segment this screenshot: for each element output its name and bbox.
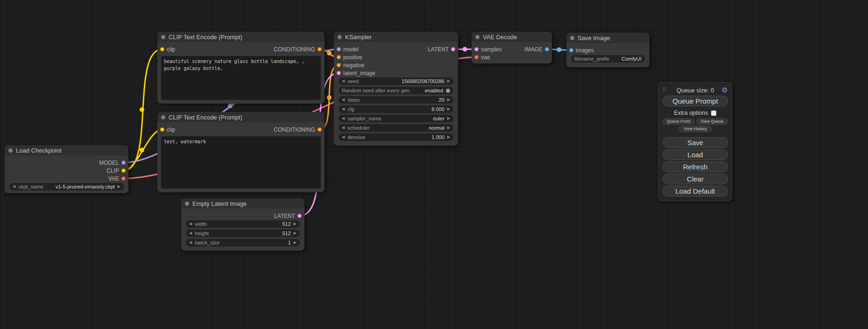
drag-handle-icon[interactable]: ⠿	[663, 87, 666, 93]
widget-width[interactable]: ◀ width 512 ▶	[186, 220, 300, 228]
latent-slot-icon[interactable]	[297, 214, 302, 218]
image-slot-icon[interactable]	[545, 47, 549, 51]
vae-slot-icon[interactable]	[121, 176, 126, 181]
output-slot-latent[interactable]: LATENT	[274, 213, 304, 219]
image-slot-icon[interactable]	[569, 48, 573, 52]
next-option-arrow-icon[interactable]: ▶	[118, 185, 120, 189]
load-default-button[interactable]: Load Default	[663, 186, 728, 196]
wire-midpoint-dot-samples[interactable]	[463, 47, 467, 52]
increment-arrow-icon[interactable]: ▶	[447, 135, 450, 139]
save-button[interactable]: Save	[663, 137, 728, 148]
clip-slot-icon[interactable]	[160, 127, 164, 132]
input-slot-model[interactable]: model	[334, 46, 359, 53]
queue-prompt-button[interactable]: Queue Prompt	[663, 96, 728, 106]
node-load-checkpoint[interactable]: Load Checkpoint MODEL CLIP VAE ◀ ckpt_na…	[5, 145, 128, 193]
wire-midpoint-dot-clip1[interactable]	[140, 107, 144, 112]
node-save-image[interactable]: Save Image images filename_prefix ComfyU…	[566, 33, 649, 67]
output-slot-conditioning[interactable]: CONDITIONING	[274, 46, 325, 53]
collapse-node-icon[interactable]	[8, 148, 13, 153]
input-slot-samples[interactable]: samples	[472, 46, 502, 53]
decrement-arrow-icon[interactable]: ◀	[342, 79, 345, 83]
widget-ckpt-name[interactable]: ◀ ckpt_name v1-5-pruned-emaonly.ckpt ▶	[9, 183, 124, 190]
increment-arrow-icon[interactable]: ▶	[447, 98, 450, 102]
decrement-arrow-icon[interactable]: ◀	[342, 135, 345, 139]
latent-slot-icon[interactable]	[474, 47, 479, 51]
node-vae-decode[interactable]: VAE Decode samples IMAGE vae	[472, 32, 552, 63]
model-slot-icon[interactable]	[121, 161, 126, 165]
model-slot-icon[interactable]	[337, 47, 341, 51]
view-queue-button[interactable]: View Queue	[696, 119, 728, 125]
input-slot-negative[interactable]: negative	[334, 62, 364, 69]
view-history-button[interactable]: View History	[678, 126, 712, 132]
extra-options-checkbox[interactable]	[711, 111, 716, 116]
decrement-arrow-icon[interactable]: ◀	[189, 222, 192, 226]
collapse-node-icon[interactable]	[185, 202, 189, 206]
clear-button[interactable]: Clear	[663, 174, 728, 184]
clip-slot-icon[interactable]	[121, 168, 126, 173]
widget-height[interactable]: ◀ height 512 ▶	[186, 230, 300, 237]
widget-steps[interactable]: ◀ steps 20 ▶	[339, 96, 453, 104]
collapse-node-icon[interactable]	[475, 35, 480, 39]
increment-arrow-icon[interactable]: ▶	[294, 231, 296, 235]
prev-option-arrow-icon[interactable]: ◀	[342, 117, 345, 120]
node-title-bar[interactable]: Save Image	[566, 33, 649, 43]
collapse-node-icon[interactable]	[161, 115, 165, 119]
input-slot-clip[interactable]: clip	[157, 46, 175, 53]
output-slot-image[interactable]: IMAGE	[524, 46, 552, 53]
next-option-arrow-icon[interactable]: ▶	[447, 117, 450, 120]
node-title-bar[interactable]: CLIP Text Encode (Prompt)	[157, 112, 325, 122]
positive-prompt-textarea[interactable]: beautiful scenery nature glass bottle la…	[161, 56, 321, 100]
widget-batch-size[interactable]: ◀ batch_size 1 ▶	[186, 239, 300, 246]
output-slot-vae[interactable]: VAE	[108, 175, 128, 182]
queue-front-button[interactable]: Queue Front	[663, 119, 694, 125]
conditioning-slot-icon[interactable]	[318, 127, 322, 132]
widget-scheduler[interactable]: ◀ scheduler normal ▶	[339, 124, 453, 132]
node-clip-text-encode-positive[interactable]: CLIP Text Encode (Prompt) clip CONDITION…	[157, 32, 325, 104]
input-slot-clip[interactable]: clip	[157, 126, 175, 133]
latent-slot-icon[interactable]	[451, 47, 455, 51]
widget-cfg[interactable]: ◀ cfg 8.000 ▶	[339, 105, 453, 113]
conditioning-slot-icon[interactable]	[337, 63, 341, 67]
settings-gear-icon[interactable]: ⚙	[722, 86, 728, 94]
collapse-node-icon[interactable]	[161, 35, 165, 39]
decrement-arrow-icon[interactable]: ◀	[342, 107, 345, 111]
clip-slot-icon[interactable]	[160, 47, 164, 51]
refresh-button[interactable]: Refresh	[663, 161, 728, 172]
node-title-bar[interactable]: Load Checkpoint	[5, 145, 128, 155]
wire-midpoint-dot-positive[interactable]	[327, 51, 332, 56]
widget-sampler-name[interactable]: ◀ sampler_name euler ▶	[339, 115, 453, 122]
output-slot-conditioning[interactable]: CONDITIONING	[274, 126, 325, 133]
wire-midpoint-dot-model[interactable]	[228, 104, 233, 108]
node-empty-latent-image[interactable]: Empty Latent Image LATENT ◀ width 512 ▶ …	[181, 198, 304, 251]
collapse-node-icon[interactable]	[570, 36, 574, 40]
increment-arrow-icon[interactable]: ▶	[294, 222, 296, 226]
input-slot-positive[interactable]: positive	[334, 54, 362, 61]
load-button[interactable]: Load	[663, 149, 728, 160]
decrement-arrow-icon[interactable]: ◀	[342, 98, 345, 102]
decrement-arrow-icon[interactable]: ◀	[189, 231, 192, 235]
wire-midpoint-dot-clip2[interactable]	[140, 148, 144, 153]
input-slot-vae[interactable]: vae	[472, 54, 490, 61]
collapse-node-icon[interactable]	[338, 35, 342, 39]
prev-option-arrow-icon[interactable]: ◀	[342, 126, 345, 130]
output-slot-model[interactable]: MODEL	[99, 160, 128, 166]
input-slot-latent-image[interactable]: latent_image	[334, 70, 375, 77]
node-title-bar[interactable]: KSampler	[334, 32, 458, 42]
prev-option-arrow-icon[interactable]: ◀	[13, 185, 15, 189]
widget-denoise[interactable]: ◀ denoise 1.000 ▶	[339, 133, 453, 141]
widget-filename-prefix[interactable]: filename_prefix ComfyUI	[571, 55, 645, 63]
output-slot-latent[interactable]: LATENT	[428, 46, 458, 53]
vae-slot-icon[interactable]	[474, 55, 479, 59]
widget-random-seed-toggle[interactable]: Random seed after every gen enabled	[339, 87, 453, 94]
wire-midpoint-dot-negative[interactable]	[327, 95, 332, 100]
node-title-bar[interactable]: VAE Decode	[472, 32, 552, 42]
increment-arrow-icon[interactable]: ▶	[447, 79, 450, 83]
wire-midpoint-dot-image[interactable]	[557, 48, 562, 52]
negative-prompt-textarea[interactable]: text, watermark	[161, 136, 321, 189]
increment-arrow-icon[interactable]: ▶	[294, 241, 296, 245]
conditioning-slot-icon[interactable]	[337, 55, 341, 59]
decrement-arrow-icon[interactable]: ◀	[189, 241, 192, 245]
input-slot-images[interactable]: images	[566, 47, 594, 54]
widget-seed[interactable]: ◀ seed 156680208700286 ▶	[339, 77, 453, 85]
next-option-arrow-icon[interactable]: ▶	[447, 126, 450, 130]
